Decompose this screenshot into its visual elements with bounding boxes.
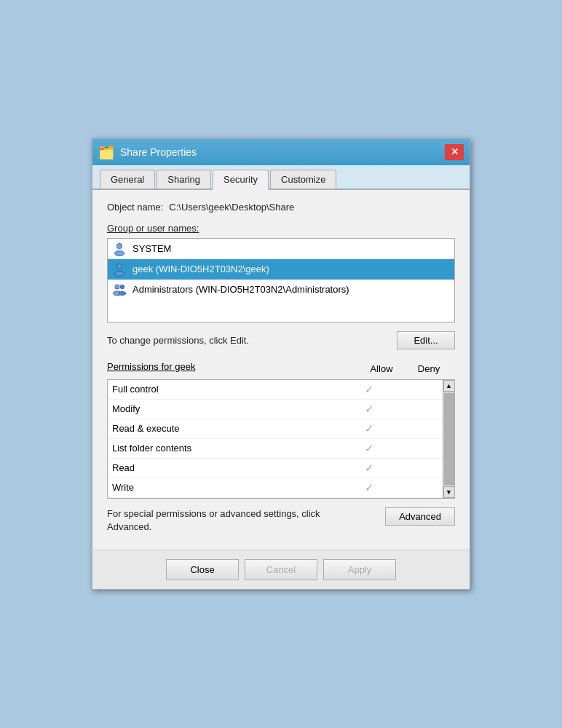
object-name-label: Object name:	[107, 202, 163, 213]
scroll-down-arrow[interactable]: ▼	[443, 486, 455, 498]
svg-point-6	[117, 264, 122, 269]
permissions-table: Full control ✓ Modify ✓ Read & execute ✓	[107, 379, 455, 499]
close-icon-button[interactable]: ✕	[445, 144, 464, 160]
permissions-section: Permissions for geek Allow Deny Full con…	[107, 360, 455, 499]
close-button[interactable]: Close	[166, 559, 239, 580]
permissions-scrollbar[interactable]: ▲ ▼	[443, 380, 454, 498]
content-area: Object name: C:\Users\geek\Desktop\Share…	[92, 190, 470, 550]
scroll-track[interactable]	[444, 393, 454, 485]
title-bar: 🗂️ Share Properties ✕	[92, 139, 470, 165]
perm-allow-modify: ✓	[344, 403, 395, 416]
edit-row: To change permissions, click Edit. Edit.…	[107, 331, 455, 349]
svg-point-2	[117, 244, 122, 248]
scroll-up-arrow[interactable]: ▲	[443, 380, 455, 392]
svg-point-3	[115, 251, 124, 256]
edit-hint: To change permissions, click Edit.	[107, 335, 249, 346]
perm-row-modify: Modify ✓	[108, 400, 443, 419]
advanced-hint: For special permissions or advanced sett…	[107, 507, 355, 534]
user-item-geek[interactable]: geek (WIN-DIO5H2T03N2\geek)	[108, 259, 454, 280]
tab-general[interactable]: General	[100, 170, 155, 189]
permissions-label: Permissions for geek	[107, 361, 356, 372]
perm-allow-list-folder: ✓	[344, 442, 395, 455]
group-label: Group or user names:	[107, 223, 455, 234]
user-name-admin: Administrators (WIN-DIO5H2T03N2\Administ…	[132, 284, 349, 295]
perm-allow-read-execute: ✓	[344, 422, 395, 435]
user-name-system: SYSTEM	[132, 243, 171, 254]
tab-sharing[interactable]: Sharing	[157, 170, 211, 189]
svg-point-10	[116, 285, 119, 288]
apply-button[interactable]: Apply	[323, 559, 396, 580]
advanced-button[interactable]: Advanced	[385, 507, 455, 526]
col-allow-label: Allow	[356, 363, 407, 374]
col-deny-label: Deny	[407, 363, 451, 374]
perm-name-read: Read	[112, 462, 344, 473]
perm-allow-full-control: ✓	[344, 383, 395, 396]
users-list[interactable]: SYSTEM geek (WIN-DIO5H2T03N2\geek)	[107, 238, 455, 323]
admin-user-icon	[112, 282, 127, 297]
perm-name-read-execute: Read & execute	[112, 423, 344, 434]
perm-row-read: Read ✓	[108, 459, 443, 478]
perm-row-read-execute: Read & execute ✓	[108, 419, 443, 439]
perm-name-write: Write	[112, 482, 344, 493]
perm-row-list-folder: List folder contents ✓	[108, 439, 443, 459]
svg-point-14	[121, 285, 124, 288]
edit-button[interactable]: Edit...	[397, 331, 455, 349]
perm-row-write: Write ✓	[108, 478, 443, 498]
dialog-window: 🗂️ Share Properties ✕ General Sharing Se…	[92, 138, 470, 590]
bottom-buttons: Close Cancel Apply	[92, 550, 470, 589]
geek-user-icon	[112, 262, 127, 277]
tabs-bar: General Sharing Security Customize	[92, 165, 470, 190]
svg-point-15	[119, 292, 125, 295]
cancel-button[interactable]: Cancel	[245, 559, 317, 580]
perm-allow-write: ✓	[344, 481, 395, 494]
folder-icon: 🗂️	[98, 144, 114, 160]
tab-security[interactable]: Security	[213, 170, 269, 190]
tab-customize[interactable]: Customize	[270, 170, 336, 189]
user-item-admin[interactable]: Administrators (WIN-DIO5H2T03N2\Administ…	[108, 280, 454, 300]
object-name-row: Object name: C:\Users\geek\Desktop\Share	[107, 202, 455, 213]
user-item-system[interactable]: SYSTEM	[108, 239, 454, 259]
perm-name-full-control: Full control	[112, 384, 344, 395]
system-user-icon	[112, 242, 127, 256]
perm-row-full-control: Full control ✓	[108, 380, 443, 400]
svg-point-7	[115, 272, 124, 276]
object-path-value: C:\Users\geek\Desktop\Share	[169, 202, 294, 213]
permissions-header: Permissions for geek Allow Deny	[107, 360, 455, 378]
perm-name-modify: Modify	[112, 403, 344, 414]
perm-allow-read: ✓	[344, 462, 395, 475]
user-name-geek: geek (WIN-DIO5H2T03N2\geek)	[132, 264, 269, 274]
title-bar-left: 🗂️ Share Properties	[98, 144, 197, 160]
advanced-row: For special permissions or advanced sett…	[107, 507, 455, 534]
dialog-title: Share Properties	[120, 146, 197, 158]
perm-name-list-folder: List folder contents	[112, 443, 344, 454]
